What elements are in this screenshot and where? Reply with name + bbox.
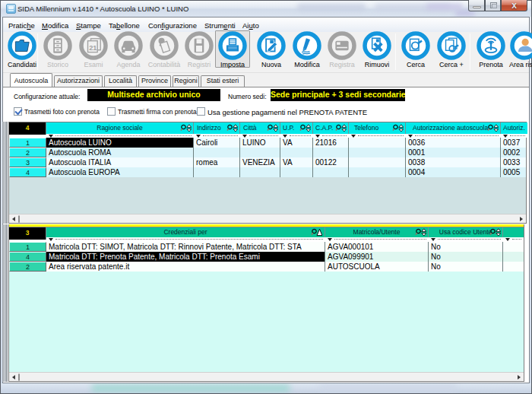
svg-text:21: 21	[89, 44, 97, 52]
